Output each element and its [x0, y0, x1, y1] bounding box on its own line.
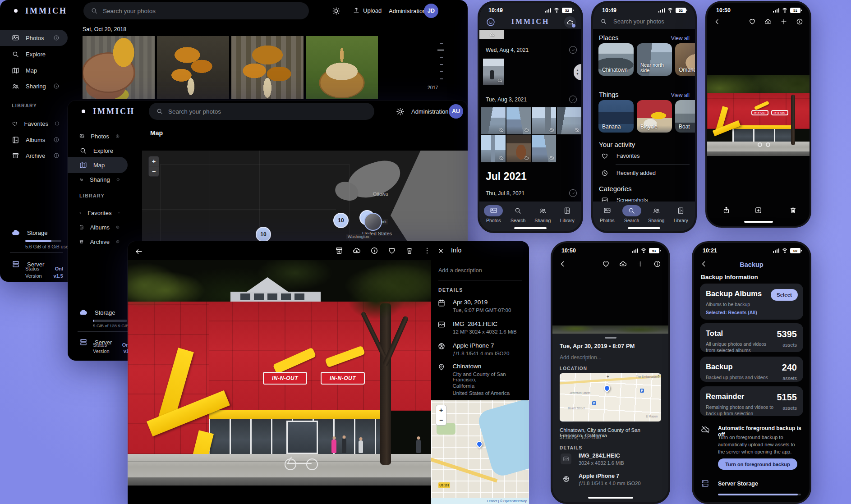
home-indicator[interactable]	[744, 221, 773, 223]
zoom-out-button[interactable]: −	[436, 415, 446, 425]
search-input[interactable]: Search your photos	[149, 103, 374, 120]
delete-button[interactable]	[789, 206, 797, 214]
back-button[interactable]	[132, 245, 146, 258]
heart-icon[interactable]	[388, 247, 396, 255]
info-icon[interactable]	[115, 133, 120, 139]
place-card[interactable]: Near north side	[637, 43, 672, 76]
cloud-upload-icon[interactable]	[764, 18, 772, 25]
description-input[interactable]: Add a description	[438, 267, 482, 274]
map-cluster-marker[interactable]: 10	[256, 227, 271, 242]
zoom-in-button[interactable]: +	[149, 156, 159, 166]
select-all-checkbox[interactable]	[569, 189, 577, 197]
info-icon[interactable]	[53, 152, 60, 159]
things-view-all[interactable]: View all	[671, 92, 690, 98]
photo-thumbnail-partial[interactable]	[479, 30, 504, 39]
photo-sliver[interactable]	[552, 325, 668, 334]
sidebar-item-albums[interactable]: Albums	[68, 219, 128, 235]
photo-thumbnail[interactable]	[481, 107, 506, 134]
home-indicator[interactable]	[588, 497, 633, 499]
nav-library[interactable]: Library	[558, 205, 577, 223]
info-icon[interactable]	[653, 260, 661, 268]
nav-library[interactable]: Library	[672, 205, 690, 223]
back-button[interactable]	[713, 18, 721, 25]
heart-icon[interactable]	[602, 260, 610, 268]
sidebar-item-sharing[interactable]: Sharing	[68, 171, 128, 188]
home-indicator[interactable]	[628, 227, 660, 229]
administration-link[interactable]: Administration	[389, 8, 426, 14]
detail-location-row[interactable]: Chinatown City and County of San Francis…	[437, 363, 529, 396]
sidebar-item-favorites[interactable]: Favorites	[68, 205, 128, 221]
close-info-button[interactable]	[437, 247, 444, 254]
zoom-in-button[interactable]: +	[436, 405, 446, 415]
location-map[interactable]: The Embarcadero Jefferson Street Beach S…	[560, 373, 661, 422]
zoom-out-button[interactable]: −	[149, 166, 159, 176]
backup-avatar-button[interactable]	[564, 16, 576, 28]
home-indicator[interactable]	[514, 227, 547, 229]
photo-thumbnail[interactable]	[506, 135, 531, 162]
photo-thumbnail[interactable]	[557, 107, 581, 134]
info-icon[interactable]	[116, 224, 120, 230]
heart-icon[interactable]	[749, 18, 756, 25]
photo-thumbnail[interactable]	[83, 36, 155, 99]
sheet-drag-handle[interactable]	[605, 337, 616, 339]
upload-button[interactable]: Upload	[353, 7, 382, 14]
nav-search[interactable]: Search	[622, 205, 641, 223]
photo-thumbnail[interactable]	[506, 107, 531, 134]
sidebar-item-map[interactable]: Map	[68, 157, 128, 173]
download-cloud-icon[interactable]	[353, 247, 361, 255]
place-card[interactable]: Omaha	[675, 43, 697, 76]
sidebar-item-explore[interactable]: Explore	[0, 46, 68, 62]
thing-card[interactable]: Bicycle	[637, 100, 672, 133]
share-button[interactable]	[722, 206, 730, 214]
theme-toggle-button[interactable]	[396, 107, 405, 116]
back-button[interactable]	[559, 260, 566, 268]
map-photo-marker[interactable]	[364, 213, 382, 231]
info-icon[interactable]	[370, 247, 378, 255]
user-avatar[interactable]: JD	[424, 4, 438, 18]
sidebar-item-archive[interactable]: Archive	[68, 234, 128, 250]
info-icon[interactable]	[53, 35, 60, 41]
thing-card[interactable]: Banana	[598, 100, 634, 133]
plus-icon[interactable]	[780, 18, 787, 25]
map-cluster-marker[interactable]: 10	[333, 213, 349, 228]
timeline-scroll-handle[interactable]: ▲▼	[574, 64, 581, 80]
nav-photos[interactable]: Photos	[598, 205, 616, 223]
sidebar-item-favorites[interactable]: Favorites	[0, 115, 68, 132]
info-icon[interactable]	[55, 120, 60, 127]
thing-card[interactable]: Boat	[675, 100, 697, 133]
trash-icon[interactable]	[405, 247, 414, 255]
recently-added-row[interactable]: Recently added	[601, 170, 656, 177]
minimap-zoom-control[interactable]: + −	[436, 405, 446, 426]
nav-sharing[interactable]: Sharing	[647, 205, 666, 223]
places-view-all[interactable]: View all	[671, 35, 690, 41]
map-zoom-control[interactable]: + −	[148, 156, 159, 177]
select-button[interactable]: Select	[771, 289, 798, 301]
add-to-album-button[interactable]	[754, 206, 762, 214]
administration-link[interactable]: Administration	[411, 108, 448, 115]
sidebar-item-archive[interactable]: Archive	[0, 147, 68, 164]
user-avatar[interactable]: AU	[449, 104, 463, 119]
sidebar-item-map[interactable]: Map	[0, 62, 68, 78]
nav-sharing[interactable]: Sharing	[533, 205, 552, 223]
photo-thumbnail[interactable]	[532, 135, 556, 162]
sidebar-item-explore[interactable]: Explore	[68, 142, 128, 159]
nav-search[interactable]: Search	[509, 205, 528, 223]
description-input[interactable]: Add description...	[560, 354, 602, 361]
info-minimap[interactable]: + − US 101 Leaflet | © OpenStreetMap	[431, 400, 529, 504]
search-input[interactable]: Search your photos	[83, 2, 309, 19]
place-card[interactable]: Chinatown	[598, 43, 634, 76]
info-icon[interactable]	[53, 137, 60, 143]
plus-icon[interactable]	[636, 260, 644, 268]
photo-thumbnail[interactable]	[306, 36, 378, 99]
info-icon[interactable]	[116, 176, 120, 183]
scrubber-handle[interactable]	[437, 50, 444, 50]
turn-on-backup-button[interactable]: Turn on foreground backup	[718, 458, 797, 470]
select-all-checkbox[interactable]	[569, 96, 577, 103]
sidebar-item-photos[interactable]: Photos	[0, 30, 68, 46]
photo-thumbnail[interactable]	[483, 59, 504, 85]
close-map-icon[interactable]: ×	[658, 373, 660, 378]
sidebar-item-photos[interactable]: Photos	[68, 128, 128, 144]
nav-photos[interactable]: Photos	[484, 205, 503, 223]
info-icon[interactable]	[116, 238, 120, 245]
sidebar-item-albums[interactable]: Albums	[0, 132, 68, 148]
